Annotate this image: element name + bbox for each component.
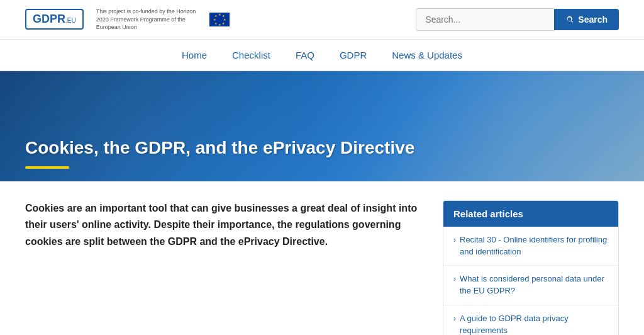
search-form: Search	[416, 8, 619, 31]
related-article-link[interactable]: A guide to GDPR data privacy requirement…	[460, 313, 608, 335]
main-nav: Home Checklist FAQ GDPR News & Updates	[0, 40, 644, 71]
search-button-label: Search	[578, 14, 608, 25]
nav-gdpr[interactable]: GDPR	[340, 50, 367, 60]
search-icon	[565, 15, 574, 24]
eu-flag-icon: ★ ★ ★ ★ ★ ★ ★ ★	[209, 13, 230, 26]
chevron-right-icon: ›	[453, 236, 456, 244]
chevron-right-icon: ›	[453, 275, 456, 283]
related-article-link[interactable]: What is considered personal data under t…	[460, 273, 608, 297]
hero-banner: Cookies, the GDPR, and the ePrivacy Dire…	[0, 71, 644, 181]
related-articles-box: Related articles › Recital 30 - Online i…	[443, 200, 619, 335]
site-header: GDPR.EU This project is co-funded by the…	[0, 0, 644, 40]
related-article-link[interactable]: Recital 30 - Online identifiers for prof…	[460, 234, 608, 258]
search-button[interactable]: Search	[554, 9, 619, 30]
sidebar: Related articles › Recital 30 - Online i…	[443, 200, 619, 335]
article-body: Cookies are an important tool that can g…	[25, 200, 424, 335]
nav-home[interactable]: Home	[182, 50, 207, 60]
nav-faq[interactable]: FAQ	[296, 50, 314, 60]
logo-eu-text: .EU	[65, 17, 76, 24]
hero-content: Cookies, the GDPR, and the ePrivacy Dire…	[25, 137, 414, 169]
chevron-right-icon: ›	[453, 314, 456, 323]
search-input[interactable]	[416, 8, 554, 31]
hero-title: Cookies, the GDPR, and the ePrivacy Dire…	[25, 137, 414, 159]
nav-news-updates[interactable]: News & Updates	[392, 50, 462, 60]
related-article-item[interactable]: › What is considered personal data under…	[443, 266, 618, 305]
eu-info-text: This project is co-funded by the Horizon…	[96, 8, 197, 31]
logo-gdpr-text: GDPR	[33, 13, 65, 25]
main-content: Cookies are an important tool that can g…	[0, 181, 644, 335]
header-left: GDPR.EU This project is co-funded by the…	[25, 8, 230, 31]
nav-checklist[interactable]: Checklist	[232, 50, 270, 60]
related-article-item[interactable]: › A guide to GDPR data privacy requireme…	[443, 305, 618, 335]
related-articles-list: › Recital 30 - Online identifiers for pr…	[443, 227, 618, 335]
related-articles-header: Related articles	[443, 201, 618, 227]
article-intro-text: Cookies are an important tool that can g…	[25, 200, 424, 250]
related-article-item[interactable]: › Recital 30 - Online identifiers for pr…	[443, 227, 618, 266]
logo[interactable]: GDPR.EU	[25, 9, 84, 30]
hero-underline-decoration	[25, 166, 69, 169]
